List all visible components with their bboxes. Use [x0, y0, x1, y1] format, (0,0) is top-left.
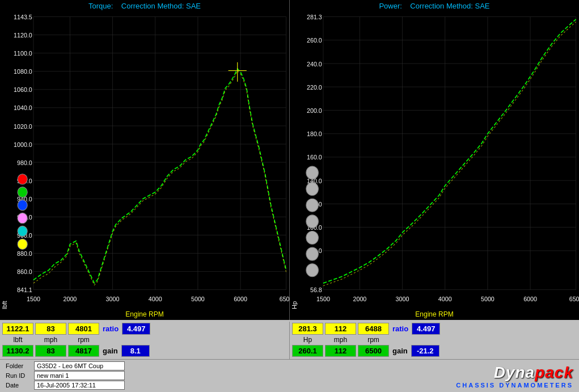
svg-text:1020.0: 1020.0 [14, 123, 32, 129]
svg-point-96 [306, 199, 318, 212]
torque-y-axis-label: lbft [0, 10, 9, 309]
dynapack-dyna-text: Dyna [494, 364, 535, 382]
svg-point-97 [306, 215, 318, 228]
svg-text:2000: 2000 [63, 296, 77, 302]
date-label: Date [6, 382, 34, 389]
power-gain-value: 260.1 [292, 345, 323, 357]
torque-mph: 83 [35, 323, 66, 335]
power-x-axis-label: Engine RPM [290, 309, 579, 320]
torque-chart-content: 1143.5 1120.0 1100.0 1080.0 1060.0 1040.… [9, 10, 289, 309]
date-row: Date 16-Jul-2005 17:32:11 [6, 381, 125, 390]
torque-stats: 1122.1 83 4801 ratio 4.497 lbft mph rpm … [0, 322, 290, 359]
svg-text:1500: 1500 [27, 296, 40, 302]
power-stats-gain: 260.1 112 6500 gain -21.2 [292, 345, 577, 357]
svg-text:841.1: 841.1 [17, 286, 32, 293]
power-rpm: 6488 [358, 323, 389, 335]
torque-stats-top: 1122.1 83 4801 ratio 4.497 [2, 323, 287, 335]
torque-title-label: Torque: [88, 2, 113, 10]
svg-text:160.0: 160.0 [307, 154, 322, 161]
svg-text:860.0: 860.0 [17, 268, 32, 275]
svg-text:6500: 6500 [569, 296, 579, 302]
stats-area: 1122.1 83 4801 ratio 4.497 lbft mph rpm … [0, 320, 579, 359]
torque-stats-gain: 1130.2 83 4817 gain 8.1 [2, 345, 287, 357]
torque-ratio-label: ratio [101, 324, 120, 333]
torque-unit-rpm: rpm [68, 336, 99, 344]
power-unit-hp: Hp [292, 336, 323, 344]
svg-text:200.0: 200.0 [307, 107, 322, 114]
svg-text:240.0: 240.0 [307, 60, 322, 67]
svg-text:4000: 4000 [149, 296, 162, 302]
power-unit-mph: mph [325, 336, 356, 344]
svg-text:6000: 6000 [523, 296, 537, 302]
torque-value: 1122.1 [2, 323, 33, 335]
svg-text:1120.0: 1120.0 [14, 32, 32, 39]
torque-stats-units: lbft mph rpm [2, 336, 287, 344]
runid-row: Run ID new mani 1 [6, 371, 125, 380]
info-table: Folder G35D2 - Leo 6MT Coup Run ID new m… [6, 361, 125, 390]
bottom-area: Folder G35D2 - Leo 6MT Coup Run ID new m… [0, 359, 579, 392]
svg-point-98 [306, 231, 318, 245]
dynapack-name: Dynapack [494, 364, 573, 382]
svg-text:6000: 6000 [234, 296, 247, 302]
torque-gain-value: 1130.2 [2, 345, 33, 357]
svg-text:5000: 5000 [191, 296, 205, 302]
runid-label: Run ID [6, 372, 34, 379]
svg-point-50 [18, 213, 27, 223]
torque-unit-lbft: lbft [2, 336, 33, 344]
power-stats-units: Hp mph rpm [292, 336, 577, 344]
svg-point-49 [18, 200, 27, 210]
svg-text:1080.0: 1080.0 [14, 68, 32, 75]
svg-text:4000: 4000 [438, 296, 452, 302]
svg-text:220.0: 220.0 [307, 83, 322, 90]
power-gain-rpm: 6500 [358, 345, 389, 357]
power-gain-amount: -21.2 [411, 345, 439, 357]
power-chart-content: 281.3 260.0 240.0 220.0 200.0 180.0 160.… [299, 10, 579, 309]
torque-chart-title: Torque: Correction Method: SAE [0, 0, 289, 10]
power-svg: 281.3 260.0 240.0 220.0 200.0 180.0 160.… [299, 10, 579, 309]
torque-correction-label: Correction Method: SAE [121, 2, 201, 10]
svg-text:2000: 2000 [353, 296, 366, 302]
svg-text:1100.0: 1100.0 [14, 50, 32, 57]
folder-row: Folder G35D2 - Leo 6MT Coup [6, 361, 125, 370]
svg-point-47 [18, 174, 27, 184]
dynapack-logo: Dynapack CHASSIS DYNAMOMETERS [456, 364, 573, 389]
svg-text:56.8: 56.8 [310, 286, 322, 293]
svg-rect-0 [9, 10, 289, 309]
svg-text:260.0: 260.0 [307, 37, 322, 44]
torque-chart-body: lbft [0, 10, 289, 309]
folder-label: Folder [6, 363, 34, 369]
svg-point-52 [18, 239, 27, 249]
svg-text:980.0: 980.0 [17, 159, 32, 166]
svg-point-99 [306, 247, 318, 260]
torque-chart-panel: Torque: Correction Method: SAE lbft [0, 0, 290, 320]
svg-text:3000: 3000 [396, 296, 409, 302]
folder-value: G35D2 - Leo 6MT Coup [34, 361, 125, 370]
date-value: 16-Jul-2005 17:32:11 [34, 381, 125, 390]
torque-ratio-value: 4.497 [122, 323, 150, 335]
svg-point-100 [306, 264, 318, 277]
power-value: 281.3 [292, 323, 323, 335]
svg-rect-55 [299, 10, 579, 309]
svg-text:281.3: 281.3 [307, 14, 322, 20]
svg-text:1040.0: 1040.0 [14, 104, 32, 111]
power-chart-title: Power: Correction Method: SAE [290, 0, 579, 10]
torque-svg: 1143.5 1120.0 1100.0 1080.0 1060.0 1040.… [9, 10, 289, 309]
svg-text:1060.0: 1060.0 [14, 86, 32, 93]
svg-text:880.0: 880.0 [17, 250, 32, 257]
torque-gain-label: gain [101, 347, 120, 355]
power-stats-top: 281.3 112 6488 ratio 4.497 [292, 323, 577, 335]
svg-text:1500: 1500 [316, 296, 330, 302]
power-ratio-label: ratio [391, 324, 410, 333]
torque-x-axis-label: Engine RPM [0, 309, 289, 320]
svg-text:3000: 3000 [106, 296, 120, 302]
power-chart-panel: Power: Correction Method: SAE Hp [290, 0, 579, 320]
svg-point-95 [306, 183, 318, 196]
stats-row: 1122.1 83 4801 ratio 4.497 lbft mph rpm … [0, 322, 579, 359]
svg-text:1000.0: 1000.0 [14, 141, 32, 147]
svg-text:1143.5: 1143.5 [14, 14, 32, 20]
power-stats: 281.3 112 6488 ratio 4.497 Hp mph rpm 26… [290, 322, 579, 359]
dynapack-pack-text: pack [535, 364, 573, 382]
torque-unit-mph: mph [35, 336, 66, 344]
svg-text:6500: 6500 [280, 296, 289, 302]
torque-gain-mph: 83 [35, 345, 66, 357]
